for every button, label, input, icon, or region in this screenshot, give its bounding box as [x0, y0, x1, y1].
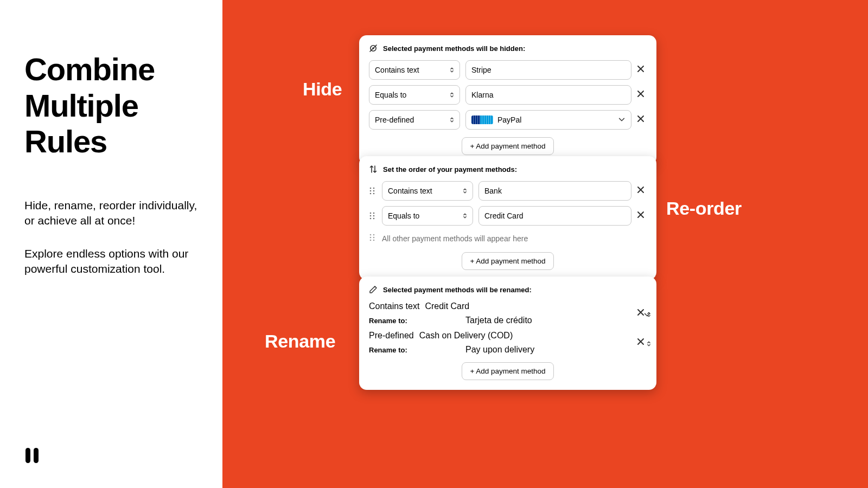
field-value: Bank: [484, 187, 502, 195]
remove-row-button[interactable]: [637, 90, 647, 100]
sub-copy-1: Hide, rename, reorder individually, or a…: [24, 198, 198, 229]
sort-icon: [462, 188, 468, 194]
ghost-row-text: All other payment methods will appear he…: [382, 234, 528, 243]
rename-to-input[interactable]: Pay upon delivery: [465, 345, 534, 355]
headline-line: Rules: [24, 124, 107, 159]
select-value: Pre-defined: [375, 115, 414, 124]
headline-line: Multiple: [24, 88, 138, 123]
sort-icon: [449, 117, 455, 123]
rename-row: Pre-defined Cash on Delivery (COD) Renam…: [369, 331, 647, 355]
brand-logo: [24, 446, 198, 466]
sort-icon: [449, 67, 455, 73]
select-value: PayPal: [497, 115, 521, 124]
card-title: Selected payment methods will be hidden:: [383, 44, 525, 53]
hide-row: Pre-defined PayPal: [369, 110, 647, 130]
card-hide: Selected payment methods will be hidden:…: [359, 35, 656, 165]
field-value: Credit Card: [484, 211, 524, 220]
remove-row-button[interactable]: [637, 186, 647, 196]
svg-rect-9: [34, 448, 39, 463]
card-title: Set the order of your payment methods:: [383, 165, 517, 174]
rename-to-label: Rename to:: [369, 346, 460, 354]
paypal-icon: [471, 115, 493, 124]
chevron-down-icon: [643, 311, 651, 319]
card-reorder: Set the order of your payment methods: C…: [359, 156, 656, 280]
select-value: Pre-defined: [369, 331, 414, 340]
hide-row: Contains text Stripe: [369, 60, 647, 80]
sort-icon: [449, 92, 455, 98]
field-value: Pay upon delivery: [465, 345, 534, 354]
select-value: Contains text: [388, 187, 432, 195]
condition-select[interactable]: Contains text: [369, 301, 419, 311]
reorder-icon: [369, 165, 378, 174]
hide-row: Equals to Klarna: [369, 85, 647, 105]
select-value: Contains text: [369, 301, 419, 311]
select-value: Equals to: [375, 91, 406, 99]
value-input[interactable]: Stripe: [465, 60, 631, 80]
rename-to-input[interactable]: Tarjeta de crédito: [465, 316, 532, 325]
value-select[interactable]: PayPal: [465, 110, 631, 130]
field-value: Stripe: [471, 66, 492, 74]
reorder-ghost-row: All other payment methods will appear he…: [369, 231, 647, 245]
tag-rename: Rename: [265, 331, 335, 352]
sort-icon: [462, 213, 468, 219]
card-rename: Selected payment methods will be renamed…: [359, 277, 656, 390]
drag-handle-icon[interactable]: [369, 187, 376, 195]
tag-hide: Hide: [303, 79, 342, 100]
value-input[interactable]: Bank: [478, 181, 631, 201]
remove-row-button[interactable]: [637, 65, 647, 75]
sort-icon: [646, 341, 652, 347]
condition-select[interactable]: Contains text: [382, 181, 473, 201]
drag-handle-icon[interactable]: [369, 211, 376, 220]
value-input[interactable]: Klarna: [465, 85, 631, 105]
value-select[interactable]: Credit Card: [425, 301, 469, 311]
field-value: Cash on Delivery (COD): [419, 331, 513, 340]
drag-handle-icon: [369, 233, 375, 243]
value-input[interactable]: Cash on Delivery (COD): [419, 331, 513, 341]
field-value: Tarjeta de crédito: [465, 316, 532, 325]
card-title: Selected payment methods will be renamed…: [383, 286, 532, 294]
select-value: Equals to: [388, 211, 419, 220]
remove-row-button[interactable]: [637, 115, 647, 125]
add-payment-method-button[interactable]: + Add payment method: [462, 137, 553, 155]
add-payment-method-button[interactable]: + Add payment method: [462, 362, 553, 380]
eye-off-icon: [369, 44, 378, 53]
reorder-row: Contains text Bank: [369, 181, 647, 201]
select-value: Contains text: [375, 66, 419, 74]
tag-reorder: Re-order: [666, 198, 742, 219]
field-value: Klarna: [471, 91, 493, 99]
marketing-sidebar: Combine Multiple Rules Hide, rename, reo…: [0, 0, 222, 488]
rename-to-label: Rename to:: [369, 317, 460, 325]
svg-rect-8: [25, 448, 30, 463]
pencil-icon: [369, 285, 378, 294]
condition-select[interactable]: Contains text: [369, 60, 460, 80]
condition-select[interactable]: Pre-defined: [369, 331, 414, 341]
sub-copy-2: Explore endless options with our powerfu…: [24, 246, 198, 277]
rename-row: Contains text Credit Card Rename to: Tar…: [369, 301, 647, 325]
condition-select[interactable]: Pre-defined: [369, 110, 460, 130]
reorder-row: Equals to Credit Card: [369, 206, 647, 226]
headline: Combine Multiple Rules: [24, 52, 198, 160]
condition-select[interactable]: Equals to: [382, 206, 473, 226]
showcase-area: Hide Re-order Rename Selected payment me…: [222, 0, 868, 488]
select-value: Credit Card: [425, 301, 469, 311]
condition-select[interactable]: Equals to: [369, 85, 460, 105]
add-payment-method-button[interactable]: + Add payment method: [462, 252, 553, 270]
chevron-down-icon: [618, 116, 626, 124]
value-input[interactable]: Credit Card: [478, 206, 631, 226]
remove-row-button[interactable]: [637, 211, 647, 221]
headline-line: Combine: [24, 52, 155, 87]
